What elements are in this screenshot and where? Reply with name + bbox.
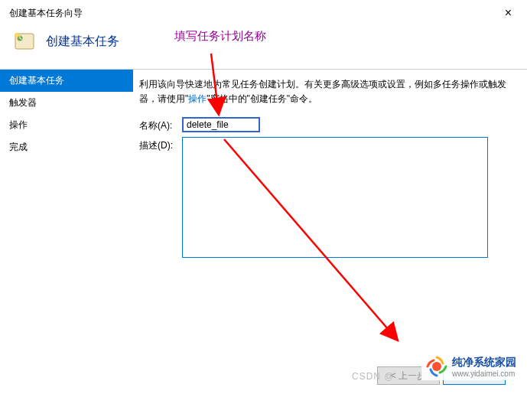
wizard-sidebar: 创建基本任务 触发器 操作 完成 bbox=[0, 70, 133, 360]
wizard-icon bbox=[14, 31, 35, 52]
sidebar-item-action[interactable]: 操作 bbox=[0, 114, 133, 136]
brand-watermark: 纯净系统家园 www.yidaimei.com bbox=[421, 353, 519, 380]
name-input[interactable] bbox=[182, 117, 260, 132]
close-icon[interactable]: × bbox=[499, 6, 518, 20]
svg-point-5 bbox=[432, 362, 441, 371]
desc-label: 描述(D): bbox=[139, 137, 182, 152]
csdn-watermark: CSDN @ bbox=[352, 371, 395, 382]
content-area: 创建基本任务 触发器 操作 完成 利用该向导快速地为常见任务创建计划。有关更多高… bbox=[0, 70, 527, 360]
wizard-main: 利用该向导快速地为常见任务创建计划。有关更多高级选项或设置，例如多任务操作或触发… bbox=[133, 70, 527, 360]
desc-row: 描述(D): bbox=[139, 137, 513, 258]
window-title: 创建基本任务向导 bbox=[9, 7, 83, 20]
sidebar-item-trigger[interactable]: 触发器 bbox=[0, 92, 133, 114]
sidebar-item-finish[interactable]: 完成 bbox=[0, 136, 133, 158]
titlebar: 创建基本任务向导 × bbox=[0, 0, 527, 24]
name-label: 名称(A): bbox=[139, 117, 182, 132]
page-title: 创建基本任务 bbox=[46, 34, 119, 50]
annotation-label: 填写任务计划名称 bbox=[174, 29, 266, 44]
intro-text: 利用该向导快速地为常见任务创建计划。有关更多高级选项或设置，例如多任务操作或触发… bbox=[139, 77, 513, 106]
intro-link[interactable]: 操作 bbox=[188, 93, 207, 104]
desc-textarea[interactable] bbox=[182, 137, 488, 258]
sidebar-item-create-task[interactable]: 创建基本任务 bbox=[0, 70, 133, 92]
brand-title: 纯净系统家园 bbox=[452, 356, 516, 370]
brand-logo-icon bbox=[425, 354, 449, 379]
name-row: 名称(A): bbox=[139, 117, 513, 132]
brand-url: www.yidaimei.com bbox=[452, 370, 516, 378]
